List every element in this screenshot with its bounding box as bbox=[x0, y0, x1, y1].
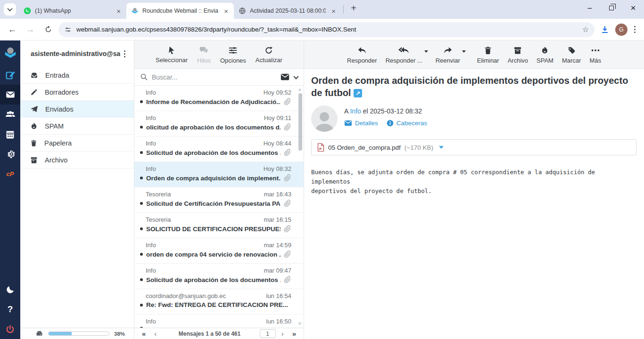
message-date: mar 09:47 bbox=[264, 267, 291, 274]
refresh-button[interactable]: Actualizar bbox=[252, 44, 286, 65]
logout-button[interactable] bbox=[0, 319, 20, 339]
folder-item-borradores[interactable]: Borradores bbox=[20, 84, 134, 101]
message-row[interactable]: InfoHoy 09:52Informe de Recomendación de… bbox=[134, 86, 304, 111]
message-row[interactable]: Infomar 09:47Solicitud de aprobación de … bbox=[134, 264, 304, 289]
message-sender: Tesoreria bbox=[146, 191, 171, 198]
details-link[interactable]: Detalles bbox=[344, 120, 378, 127]
message-row[interactable]: Infolun 16:50 bbox=[134, 315, 304, 328]
search-scope-mail-icon[interactable] bbox=[281, 73, 289, 81]
tab-close-button[interactable]: × bbox=[222, 7, 230, 15]
settings-button[interactable] bbox=[0, 144, 20, 164]
spam-button[interactable]: SPAM bbox=[533, 43, 557, 66]
select-button[interactable]: Seleccionar bbox=[152, 44, 191, 65]
roundcube-icon bbox=[131, 7, 139, 15]
message-sender: Info bbox=[146, 114, 156, 121]
message-row[interactable]: InfoHoy 09:11olicitud de aprobación de l… bbox=[134, 111, 304, 137]
search-input[interactable] bbox=[152, 73, 277, 81]
folder-actions-button[interactable] bbox=[120, 48, 129, 60]
forward-button[interactable]: → bbox=[23, 22, 38, 37]
address-bar[interactable]: webmail.sanjuan.gob.ec/cpsess4380978826/… bbox=[58, 22, 594, 37]
prev-page-button[interactable]: ‹ bbox=[151, 330, 159, 337]
message-row[interactable]: Tesoreriamar 16:15SOLICITUD DE CERTIFICA… bbox=[134, 213, 304, 238]
attachment-row[interactable]: 05 Orden_de_compra.pdf (~170 KB) bbox=[311, 139, 636, 155]
unread-dot-icon bbox=[140, 304, 143, 307]
mark-button[interactable]: Marcar bbox=[558, 43, 585, 66]
browser-menu-button[interactable] bbox=[630, 23, 639, 36]
new-tab-button[interactable]: + bbox=[347, 2, 360, 15]
page-number-input[interactable] bbox=[260, 329, 276, 338]
folder-label: SPAM bbox=[45, 122, 64, 130]
options-button[interactable]: Opciones bbox=[216, 43, 250, 66]
restore-button[interactable] bbox=[601, 0, 622, 16]
message-row[interactable]: Infomar 14:59orden de compra 04 servicio… bbox=[134, 238, 304, 264]
scroll-down-icon[interactable] bbox=[298, 323, 302, 325]
headers-link[interactable]: Cabeceras bbox=[387, 120, 427, 127]
help-button[interactable]: ? bbox=[0, 299, 20, 319]
attachment-name[interactable]: 05 Orden_de_compra.pdf bbox=[328, 144, 401, 151]
last-page-button[interactable]: » bbox=[289, 330, 299, 337]
browser-toolbar: ← → webmail.sanjuan.gob.ec/cpsess4380978… bbox=[0, 19, 644, 40]
scroll-up-icon[interactable] bbox=[298, 88, 302, 91]
downloads-button[interactable] bbox=[597, 22, 612, 37]
archive-button[interactable]: Archivo bbox=[504, 43, 532, 66]
message-date: Hoy 09:11 bbox=[264, 114, 291, 121]
browser-tab[interactable]: Actividad 2025-03-11 08:00:00× bbox=[234, 3, 341, 19]
site-settings-icon[interactable] bbox=[64, 26, 72, 33]
cpanel-button[interactable]: cP bbox=[0, 164, 20, 184]
tab-close-button[interactable]: × bbox=[115, 7, 123, 15]
folder-item-entrada[interactable]: Entrada bbox=[20, 67, 134, 84]
message-row[interactable]: InfoHoy 08:32Orden de compra adquisición… bbox=[134, 162, 304, 187]
reload-button[interactable] bbox=[41, 22, 56, 37]
folder-item-papelera[interactable]: Papelera bbox=[20, 135, 134, 152]
more-button[interactable]: Más bbox=[586, 43, 605, 66]
tab-search-button[interactable] bbox=[4, 3, 16, 16]
dark-mode-button[interactable] bbox=[0, 280, 20, 299]
recipient-line: A Info el 2025-03-12 08:32 bbox=[344, 107, 427, 115]
browser-tab[interactable]: (1) WhatsApp× bbox=[19, 3, 126, 19]
tab-close-button[interactable]: × bbox=[330, 7, 338, 15]
webmail-app: cP ? asistente-administrativo@sa... Entr bbox=[0, 40, 644, 339]
folder-item-archivo[interactable]: Archivo bbox=[20, 152, 134, 169]
message-row[interactable]: InfoHoy 08:44Solicitud de aprobación de … bbox=[134, 137, 304, 162]
first-page-button[interactable]: « bbox=[139, 330, 149, 337]
more-dots-icon bbox=[590, 45, 601, 56]
mail-nav-button[interactable] bbox=[0, 85, 20, 105]
delete-button[interactable]: Eliminar bbox=[473, 43, 503, 66]
folder-item-spam[interactable]: SPAM bbox=[20, 118, 134, 135]
message-row[interactable]: coordinador@sanjuan.gob.eclun 16:54Re: F… bbox=[134, 289, 304, 315]
browser-window: (1) WhatsApp×Roundcube Webmail :: Enviad… bbox=[0, 0, 644, 339]
minimize-button[interactable]: – bbox=[579, 0, 601, 16]
profile-avatar[interactable]: G bbox=[615, 24, 627, 36]
recipient-link[interactable]: Info bbox=[350, 107, 361, 115]
compose-button[interactable] bbox=[0, 65, 20, 85]
reply-button[interactable]: Responder bbox=[343, 43, 381, 66]
compose-icon bbox=[5, 70, 16, 80]
folder-item-enviados[interactable]: Enviados bbox=[20, 101, 134, 118]
message-subject: orden de compra 04 servicio de renovacio… bbox=[146, 251, 281, 258]
scrollbar-thumb[interactable] bbox=[298, 93, 302, 151]
reply-all-button[interactable]: Responder ... bbox=[382, 43, 426, 66]
list-scrollbar[interactable] bbox=[297, 86, 303, 328]
close-button[interactable]: × bbox=[622, 0, 644, 16]
tab-divider bbox=[343, 5, 344, 14]
next-page-button[interactable]: › bbox=[279, 330, 287, 337]
message-sender: Info bbox=[146, 89, 156, 96]
attachment-menu-caret-icon[interactable] bbox=[439, 146, 444, 149]
bookmark-star-icon[interactable]: ☆ bbox=[582, 25, 589, 34]
forward-button[interactable]: Reenviar bbox=[432, 43, 464, 66]
browser-tab[interactable]: Roundcube Webmail :: Enviados× bbox=[126, 3, 234, 19]
message-content: Orden de compra adquisición de implement… bbox=[304, 69, 644, 339]
message-date: Hoy 09:52 bbox=[264, 89, 291, 96]
message-row[interactable]: Tesoreriamar 16:43Solicitud de Certifica… bbox=[134, 187, 304, 213]
open-in-new-window-icon[interactable]: ↗ bbox=[354, 89, 362, 97]
search-options-chevron-icon[interactable] bbox=[293, 73, 298, 79]
url-text[interactable]: webmail.sanjuan.gob.ec/cpsess4380978826/… bbox=[76, 26, 578, 33]
threads-button[interactable]: Hilos bbox=[193, 43, 215, 66]
storage-icon bbox=[35, 330, 43, 338]
contacts-button[interactable] bbox=[0, 105, 20, 124]
forward-caret-icon[interactable] bbox=[462, 50, 466, 53]
calendar-button[interactable] bbox=[0, 124, 20, 144]
back-button[interactable]: ← bbox=[5, 22, 20, 37]
reply-all-caret-icon[interactable] bbox=[424, 50, 428, 53]
message-list: InfoHoy 09:52Informe de Recomendación de… bbox=[134, 86, 304, 328]
